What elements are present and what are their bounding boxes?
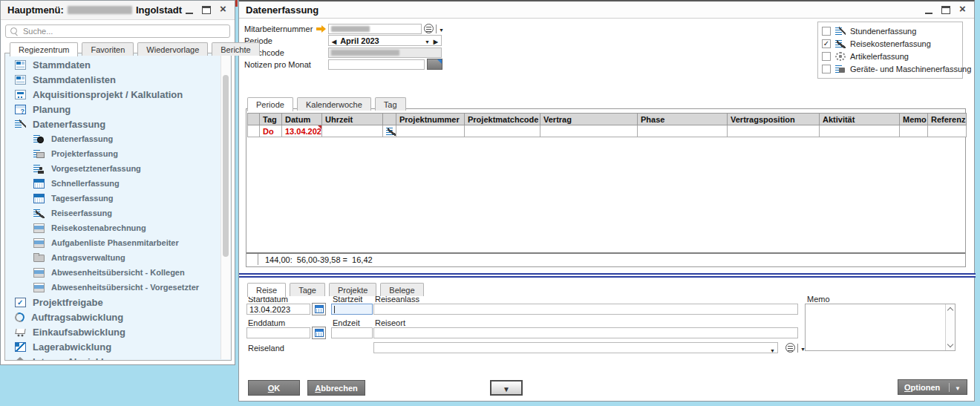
dropdown-icon[interactable] [770, 345, 775, 354]
grid-row[interactable]: Do 13.04.202 [248, 125, 967, 137]
referenz-cell[interactable] [928, 125, 967, 137]
scroll-up-icon[interactable] [947, 307, 953, 313]
grid-column-header[interactable]: Datum [282, 114, 322, 125]
tag-cell[interactable]: Do [260, 125, 282, 137]
menu-tab[interactable]: Berichte [212, 42, 259, 56]
menu-tab[interactable]: Wiedervorlage [137, 42, 208, 56]
grid-column-header[interactable]: Aktivität [820, 114, 900, 125]
projektnummer-cell[interactable] [396, 125, 465, 137]
grid-column-header[interactable] [248, 114, 260, 125]
search-box[interactable] [5, 24, 230, 38]
detail-tab[interactable]: Belege [380, 283, 423, 296]
reiseort-input[interactable] [373, 327, 798, 338]
dropdown-icon[interactable] [436, 24, 444, 33]
collapse-panel-button[interactable] [490, 380, 523, 396]
vertrag-cell[interactable] [540, 125, 638, 137]
detail-tab[interactable]: Tage [290, 283, 325, 296]
tree-item[interactable]: Datenerfassung [5, 131, 231, 146]
checkbox[interactable]: ✓ [822, 39, 831, 48]
endzeit-input[interactable] [331, 327, 373, 338]
tree-item[interactable]: Akquisitionsprojekt / Kalkulation [5, 87, 231, 102]
memo-input[interactable] [806, 304, 944, 350]
minimize-icon[interactable] [186, 13, 193, 14]
phase-cell[interactable] [638, 125, 728, 137]
row-selector-cell[interactable] [248, 125, 260, 137]
grid-column-header[interactable]: Vertrag [540, 114, 638, 125]
grid-column-header[interactable]: Tag [260, 114, 282, 125]
notizen-field[interactable] [328, 59, 425, 70]
dropdown-icon[interactable] [949, 383, 961, 392]
tree-item[interactable]: Einkaufsabwicklung [5, 324, 231, 339]
grid-column-header[interactable]: Projektnummer [396, 114, 465, 125]
close-icon[interactable]: × [220, 6, 228, 14]
enddatum-calendar-icon[interactable] [312, 327, 326, 339]
view-tab[interactable]: Periode [247, 97, 293, 111]
tree-item[interactable]: Datenerfassung [5, 117, 231, 131]
tree-item[interactable]: Vorgesetztenerfassung [5, 161, 231, 176]
startdatum-input[interactable] [246, 304, 310, 315]
maximize-icon[interactable] [202, 6, 211, 14]
memo-scrollbar[interactable] [945, 304, 955, 350]
close-icon[interactable]: × [959, 6, 967, 14]
grid-column-header[interactable]: Uhrzeit [322, 114, 383, 125]
grid-column-header[interactable]: Phase [638, 114, 728, 125]
dropdown-icon[interactable] [425, 36, 430, 45]
tree-item[interactable]: Stammdaten [5, 57, 231, 72]
checkbox[interactable] [822, 27, 831, 36]
tree-item[interactable]: Abwesenheitsübersicht - Vorgesetzter [5, 280, 231, 295]
next-period-icon[interactable] [434, 36, 438, 45]
previous-period-icon[interactable] [332, 36, 336, 45]
datum-cell[interactable]: 13.04.202 [282, 125, 322, 137]
startzeit-input[interactable] [331, 304, 373, 315]
tree-item[interactable]: Planung [5, 102, 231, 117]
tree-item[interactable]: Tageserfassung [5, 191, 231, 206]
tree-item[interactable]: Reiseerfassung [5, 206, 231, 220]
aktivitaet-cell[interactable] [820, 125, 900, 137]
uhrzeit-cell[interactable] [322, 125, 383, 137]
options-button[interactable]: Optionen [898, 379, 967, 395]
grid-column-header[interactable]: Referenz [928, 114, 967, 125]
cancel-button[interactable]: Abbrechen [307, 380, 365, 396]
ok-button[interactable]: OK [248, 380, 300, 396]
memo-cell[interactable] [900, 125, 928, 137]
detail-tab[interactable]: Projekte [329, 283, 376, 296]
grid-column-header[interactable]: Projektmatchcode [465, 114, 540, 125]
startdatum-calendar-icon[interactable] [312, 303, 326, 315]
choose-from-list-icon[interactable] [424, 24, 434, 33]
row-type-cell[interactable] [383, 125, 396, 137]
tree-item[interactable]: Schnellerfassung [5, 176, 231, 191]
tree-scrollbar-thumb[interactable] [223, 75, 229, 257]
expand-notes-button[interactable] [427, 59, 442, 70]
view-tab[interactable]: Kalenderwoche [297, 97, 371, 111]
tree-item[interactable]: Lagerabwicklung [5, 339, 231, 354]
tree-item[interactable]: Aufgabenliste Phasenmitarbeiter [5, 235, 231, 250]
tree-item[interactable]: Abwesenheitsübersicht - Kollegen [5, 265, 231, 280]
menu-tab[interactable]: Regiezentrum [10, 42, 78, 56]
maximize-icon[interactable] [941, 6, 950, 14]
enddatum-input[interactable] [246, 327, 310, 338]
vertragsposition-cell[interactable] [728, 125, 820, 137]
tree-item[interactable]: Projektfreigabe [5, 295, 231, 310]
link-arrow-icon[interactable] [316, 25, 327, 33]
minimize-icon[interactable] [925, 13, 932, 14]
checkbox[interactable] [822, 65, 831, 73]
tree-item[interactable]: Reisekostenabrechnung [5, 220, 231, 235]
grid-column-header[interactable]: Vertragsposition [728, 114, 820, 125]
tree-scrollbar[interactable] [220, 54, 230, 359]
tree-item[interactable]: Projekterfassung [5, 146, 231, 161]
grid-column-header[interactable] [383, 114, 396, 125]
search-input[interactable] [23, 27, 225, 36]
projektmatchcode-cell[interactable] [465, 125, 540, 137]
grid-column-header[interactable]: Memo [900, 114, 928, 125]
mitarbeiternummer-field[interactable] [328, 24, 422, 34]
reiseland-select[interactable] [373, 342, 778, 353]
reiseanlass-input[interactable] [373, 304, 798, 315]
view-tab[interactable]: Tag [375, 97, 406, 111]
detail-tab[interactable]: Reise [247, 283, 286, 297]
tree-item[interactable]: Interne Abwicklung [5, 354, 231, 361]
tree-item[interactable]: Antragsverwaltung [5, 250, 231, 265]
tree-item[interactable]: Auftragsabwicklung [5, 310, 231, 324]
periode-spinner[interactable]: April 2023 [328, 35, 442, 46]
menu-tab[interactable]: Favoriten [82, 42, 134, 56]
scroll-down-icon[interactable] [947, 341, 953, 347]
